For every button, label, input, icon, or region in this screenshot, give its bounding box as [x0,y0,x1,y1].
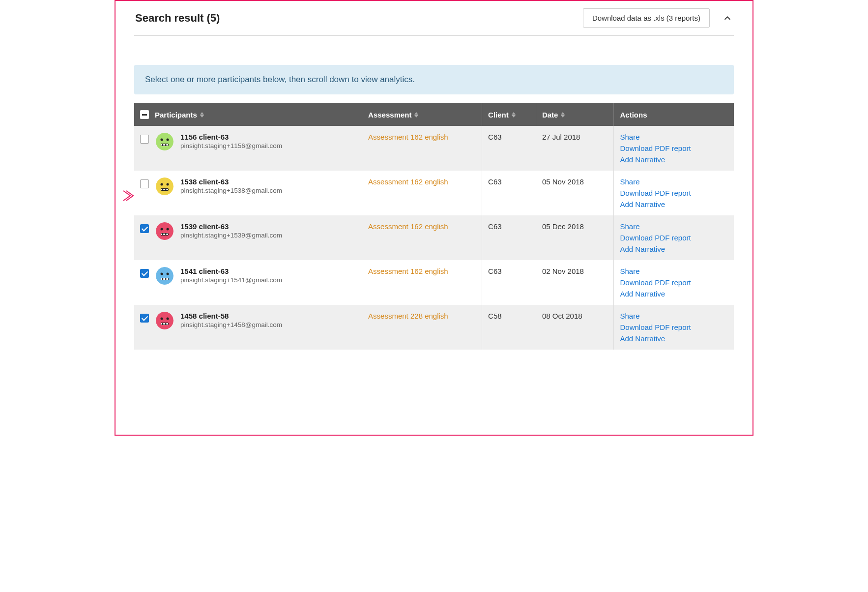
sort-icon[interactable] [414,112,418,118]
add-narrative-action[interactable]: Add Narrative [620,334,728,343]
assessment-link[interactable]: Assessment 162 english [368,267,448,275]
row-select-checkbox[interactable] [140,135,149,144]
table-row: 1539 client-63 pinsight.staging+1539@gma… [134,215,734,260]
share-action[interactable]: Share [620,312,728,320]
svg-rect-26 [167,234,168,235]
add-narrative-action[interactable]: Add Narrative [620,290,728,298]
svg-point-19 [161,228,163,231]
svg-rect-8 [167,144,168,146]
results-header: Search result (5) Download data as .xls … [134,6,734,35]
column-label: Actions [620,111,647,119]
assessment-link[interactable]: Assessment 162 english [368,222,448,231]
client-label: C58 [488,312,502,320]
avatar [156,267,174,285]
column-label: Assessment [368,111,411,119]
client-label: C63 [488,222,502,231]
svg-rect-33 [164,278,165,280]
avatar [156,133,174,150]
svg-point-20 [167,228,169,231]
download-pdf-action[interactable]: Download PDF report [620,323,728,331]
participant-email: pinsight.staging+1538@gmail.com [180,187,282,194]
add-narrative-action[interactable]: Add Narrative [620,200,728,208]
svg-rect-5 [163,144,164,146]
column-header-assessment[interactable]: Assessment [362,103,482,126]
pointer-arrow-icon [121,189,135,203]
page-title: Search result (5) [135,12,220,25]
results-table: Participants Assessment Client [134,103,734,350]
download-pdf-action[interactable]: Download PDF report [620,234,728,242]
svg-point-38 [167,318,169,320]
svg-rect-25 [166,234,167,235]
table-row: 1541 client-63 pinsight.staging+1541@gma… [134,260,734,305]
sort-icon[interactable] [512,112,516,118]
row-select-checkbox[interactable] [140,269,149,278]
participant-name: 1541 client-63 [180,267,282,275]
svg-rect-4 [161,144,162,146]
share-action[interactable]: Share [620,133,728,141]
share-action[interactable]: Share [620,267,728,275]
svg-rect-22 [161,234,162,235]
svg-rect-13 [161,189,162,190]
row-select-checkbox[interactable] [140,179,149,188]
assessment-link[interactable]: Assessment 162 english [368,178,448,186]
svg-rect-41 [163,323,164,325]
share-action[interactable]: Share [620,178,728,186]
download-pdf-action[interactable]: Download PDF report [620,189,728,197]
column-header-participants[interactable]: Participants [134,103,362,126]
download-pdf-action[interactable]: Download PDF report [620,144,728,152]
table-row: 1538 client-63 pinsight.staging+1538@gma… [134,171,734,215]
svg-rect-32 [163,278,164,280]
column-label: Date [542,111,558,119]
download-xls-button[interactable]: Download data as .xls (3 reports) [583,8,710,28]
participant-email: pinsight.staging+1539@gmail.com [180,232,282,239]
avatar [156,178,174,195]
participant-name: 1538 client-63 [180,178,282,186]
avatar [156,222,174,240]
svg-rect-17 [167,189,168,190]
date-label: 27 Jul 2018 [542,133,580,141]
add-narrative-action[interactable]: Add Narrative [620,155,728,164]
add-narrative-action[interactable]: Add Narrative [620,245,728,253]
column-header-client[interactable]: Client [482,103,536,126]
svg-rect-43 [166,323,167,325]
info-banner: Select one or more participants below, t… [134,65,734,94]
svg-rect-42 [164,323,165,325]
date-label: 05 Dec 2018 [542,222,584,231]
svg-rect-23 [163,234,164,235]
assessment-link[interactable]: Assessment 228 english [368,312,448,320]
participant-name: 1458 client-58 [180,312,282,320]
collapse-chevron-up-icon[interactable] [722,13,733,24]
svg-rect-15 [164,189,165,190]
sort-icon[interactable] [200,112,204,118]
date-label: 08 Oct 2018 [542,312,582,320]
download-pdf-action[interactable]: Download PDF report [620,278,728,287]
svg-rect-40 [161,323,162,325]
select-all-checkbox-indeterminate[interactable] [140,110,149,119]
svg-point-11 [167,183,169,186]
row-select-checkbox[interactable] [140,314,149,323]
row-select-checkbox[interactable] [140,224,149,233]
svg-point-36 [156,312,174,329]
svg-point-2 [167,139,169,141]
participant-email: pinsight.staging+1156@gmail.com [180,142,282,149]
share-action[interactable]: Share [620,222,728,231]
svg-rect-31 [161,278,162,280]
svg-point-27 [156,267,174,285]
svg-rect-14 [163,189,164,190]
sort-icon[interactable] [561,112,565,118]
table-row: 1458 client-58 pinsight.staging+1458@gma… [134,305,734,350]
svg-rect-44 [167,323,168,325]
svg-point-0 [156,133,174,150]
participant-email: pinsight.staging+1458@gmail.com [180,321,282,328]
svg-point-10 [161,183,163,186]
svg-point-29 [167,273,169,275]
column-header-date[interactable]: Date [536,103,614,126]
client-label: C63 [488,267,502,275]
assessment-link[interactable]: Assessment 162 english [368,133,448,141]
participant-email: pinsight.staging+1541@gmail.com [180,276,282,284]
date-label: 05 Nov 2018 [542,178,584,186]
svg-point-37 [161,318,163,320]
svg-point-9 [156,178,174,195]
avatar [156,312,174,329]
svg-rect-7 [166,144,167,146]
